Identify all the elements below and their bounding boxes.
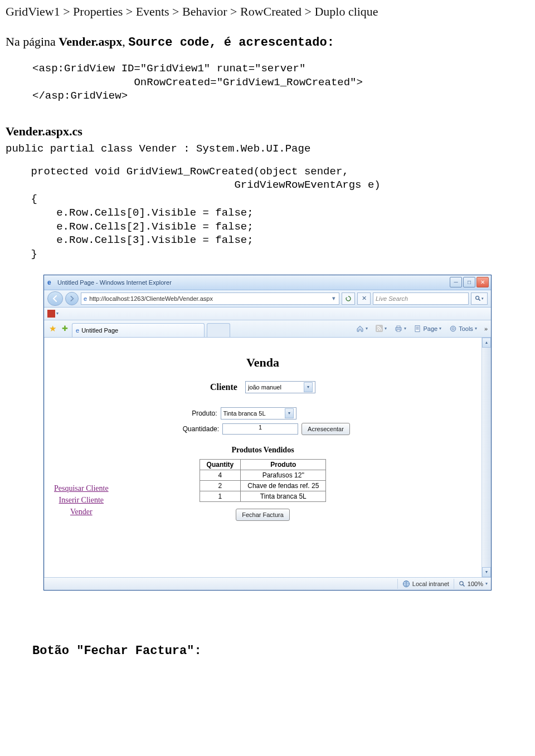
intro-filename: Vender.aspx — [59, 35, 122, 48]
svg-rect-7 — [415, 325, 420, 331]
pdf-toolbar: ▾ — [44, 308, 491, 320]
zoom-icon — [459, 581, 465, 587]
feeds-button[interactable]: ▾ — [373, 323, 390, 335]
page-menu-label: Page — [423, 325, 437, 332]
new-tab-button[interactable] — [207, 323, 230, 337]
window-titlebar: e Untitled Page - Windows Internet Explo… — [44, 275, 491, 290]
cliente-label: Cliente — [210, 382, 237, 392]
tab-label: Untitled Page — [81, 327, 118, 334]
svg-point-12 — [453, 328, 454, 329]
minimize-button[interactable]: ─ — [450, 277, 462, 287]
col-quantity: Quantity — [200, 459, 241, 470]
scroll-up-button[interactable]: ▴ — [482, 338, 491, 348]
pdf-dropdown-icon[interactable]: ▾ — [55, 311, 59, 316]
stop-button[interactable]: ✕ — [357, 292, 371, 305]
window-title: Untitled Page - Windows Internet Explore… — [57, 279, 450, 286]
zone-indicator: Local intranet — [397, 579, 449, 589]
page-menu-button[interactable]: Page ▾ — [411, 323, 444, 335]
ie-window: e Untitled Page - Windows Internet Explo… — [43, 275, 492, 591]
svg-rect-5 — [397, 326, 400, 328]
svg-point-14 — [460, 581, 463, 584]
link-pesquisar-cliente[interactable]: Pesquisar Cliente — [54, 482, 109, 494]
cell-prod: Parafusos 12'' — [241, 470, 326, 480]
quantidade-input[interactable]: 1 — [222, 423, 298, 435]
add-favorite-icon[interactable]: ✚ — [60, 324, 70, 334]
url-text: http://localhost:1263/ClienteWeb/Vender.… — [89, 295, 331, 302]
link-vender[interactable]: Vender — [54, 506, 109, 518]
page-body: Pesquisar Cliente Inserir Cliente Vender… — [44, 338, 481, 577]
globe-icon — [402, 580, 410, 588]
zoom-dropdown-icon[interactable]: ▾ — [485, 581, 488, 586]
cell-qty: 2 — [200, 480, 241, 491]
back-button[interactable] — [47, 291, 63, 306]
intro-line: Na página Vender.aspx, Source code, é ac… — [6, 35, 529, 55]
favorites-icon[interactable]: ★ — [47, 324, 57, 334]
table-row: 2 Chave de fendas ref. 25 — [200, 480, 326, 491]
scroll-down-button[interactable]: ▾ — [482, 567, 491, 577]
search-go-button[interactable]: ▾ — [471, 292, 488, 305]
maximize-button[interactable]: □ — [463, 277, 475, 287]
zoom-control[interactable]: 100% ▾ — [454, 579, 488, 589]
cell-qty: 1 — [200, 491, 241, 501]
tab-untitled[interactable]: e Untitled Page — [72, 323, 205, 337]
url-dropdown-icon[interactable]: ▾ — [331, 295, 337, 302]
intro-suffix: , — [122, 35, 128, 48]
acrescentar-button[interactable]: Acresecentar — [301, 423, 350, 435]
col-produto: Produto — [241, 459, 326, 470]
page-icon: e — [84, 295, 87, 302]
url-input[interactable]: e http://localhost:1263/ClienteWeb/Vende… — [81, 292, 339, 305]
table-header-row: Quantity Produto — [200, 459, 326, 470]
print-button[interactable]: ▾ — [392, 323, 409, 335]
refresh-button[interactable] — [342, 292, 355, 305]
home-button[interactable]: ▾ — [353, 323, 371, 335]
code-block-aspx: <asp:GridView ID="GridView1" runat="serv… — [6, 55, 529, 110]
cell-prod: Tinta branca 5L — [241, 491, 326, 501]
svg-point-3 — [377, 329, 379, 331]
forward-button[interactable] — [65, 292, 79, 305]
fechar-factura-button[interactable]: Fechar Factura — [236, 509, 290, 521]
heading-cs: Vender.aspx.cs — [6, 110, 529, 140]
produto-label: Produto: — [174, 409, 217, 417]
scroll-track[interactable] — [482, 348, 491, 567]
link-inserir-cliente[interactable]: Inserir Cliente — [54, 494, 109, 506]
content-area: Pesquisar Cliente Inserir Cliente Vender… — [44, 338, 491, 577]
chevron-down-icon: ▾ — [285, 408, 294, 418]
vertical-scrollbar[interactable]: ▴ ▾ — [481, 338, 491, 577]
status-bar: Local intranet 100% ▾ — [44, 577, 491, 590]
code-block-method: protected void GridView1_RowCreated(obje… — [6, 158, 529, 264]
quantidade-value: 1 — [259, 424, 262, 431]
produto-form: Produto: Tinta branca 5L ▾ Quantidade: 1 — [50, 406, 476, 437]
intro-code-text: Source code, é acrescentado: — [128, 36, 334, 50]
svg-point-0 — [476, 296, 479, 300]
intro-prefix: Na página — [6, 35, 59, 48]
tab-page-icon: e — [76, 327, 79, 334]
close-button[interactable]: ✕ — [476, 277, 489, 287]
ie-icon: e — [47, 279, 55, 286]
tools-menu-button[interactable]: Tools ▾ — [446, 323, 480, 335]
cliente-row: Cliente joão manuel ▾ — [50, 381, 476, 393]
gridview-table: Quantity Produto 4 Parafusos 12'' 2 Chav… — [200, 459, 327, 502]
quantidade-label: Quantidade: — [176, 425, 219, 433]
pdf-icon[interactable] — [47, 310, 55, 318]
search-input[interactable]: Live Search — [373, 292, 469, 305]
tools-menu-label: Tools — [459, 325, 473, 332]
code-block-classdecl: public partial class Vender : System.Web… — [6, 140, 529, 158]
produtos-vendidos-title: Produtos Vendidos — [50, 446, 476, 455]
toolbar-overflow-icon[interactable]: » — [482, 325, 488, 332]
chevron-down-icon: ▾ — [304, 382, 313, 392]
zoom-value: 100% — [468, 581, 483, 587]
produto-value: Tinta branca 5L — [223, 410, 266, 417]
page-title: Venda — [50, 355, 476, 370]
cliente-select[interactable]: joão manuel ▾ — [245, 381, 315, 393]
cell-qty: 4 — [200, 470, 241, 480]
svg-rect-6 — [397, 330, 400, 331]
table-row: 1 Tinta branca 5L — [200, 491, 326, 501]
cell-prod: Chave de fendas ref. 25 — [241, 480, 326, 491]
breadcrumb: GridView1 > Properties > Events > Behavi… — [6, 0, 529, 35]
address-bar: e http://localhost:1263/ClienteWeb/Vende… — [44, 290, 491, 308]
produto-select[interactable]: Tinta branca 5L ▾ — [221, 407, 296, 420]
footer-heading: Botão "Fechar Factura": — [6, 591, 529, 669]
cliente-value: joão manuel — [248, 384, 281, 391]
zone-label: Local intranet — [412, 581, 449, 587]
side-links: Pesquisar Cliente Inserir Cliente Vender — [54, 482, 109, 518]
